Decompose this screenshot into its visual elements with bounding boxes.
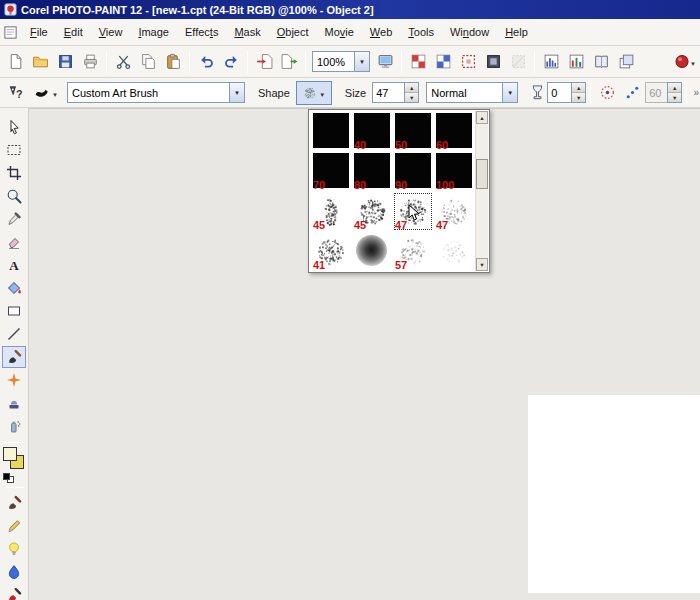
nib-item-9[interactable]: 45: [352, 192, 392, 231]
nib-item-6[interactable]: 90: [393, 152, 433, 191]
export-button[interactable]: [277, 50, 301, 74]
menu-edit[interactable]: Edit: [56, 22, 91, 42]
brush-category-combo[interactable]: Custom Art Brush: [67, 82, 245, 103]
rectangle-mask-tool[interactable]: [2, 139, 26, 161]
nib-item-3[interactable]: 60: [434, 112, 474, 151]
redo-button[interactable]: [219, 50, 243, 74]
scroll-up-button[interactable]: [476, 111, 488, 124]
nib-shape-picker-button[interactable]: [296, 81, 332, 105]
menu-image[interactable]: Image: [130, 22, 177, 42]
clear-mask-button[interactable]: [506, 50, 530, 74]
copy-button[interactable]: [136, 50, 160, 74]
menu-mask[interactable]: Mask: [226, 22, 268, 42]
red-brush-icon[interactable]: [2, 584, 26, 600]
nib-item-7[interactable]: 100: [434, 152, 474, 191]
objects-docker-button[interactable]: [539, 50, 563, 74]
print-button[interactable]: [78, 50, 102, 74]
new-button[interactable]: [3, 50, 27, 74]
crop-tool[interactable]: [2, 162, 26, 184]
menu-view[interactable]: View: [91, 22, 131, 42]
invert-mask-button[interactable]: [481, 50, 505, 74]
scrollbar-thumb[interactable]: [476, 159, 488, 189]
dab-attributes-button[interactable]: [620, 81, 644, 105]
mask-marquee-button[interactable]: [456, 50, 480, 74]
lightbulb-icon[interactable]: [2, 538, 26, 560]
nib-item-0[interactable]: [311, 112, 351, 151]
toolbar-overflow-chevron[interactable]: [691, 82, 700, 104]
menu-help[interactable]: Help: [497, 22, 536, 42]
brush-options-button[interactable]: [3, 81, 27, 105]
combo-dropdown-icon[interactable]: [354, 52, 369, 71]
import-button[interactable]: [252, 50, 276, 74]
transparency-input[interactable]: [547, 82, 571, 103]
transparency-decrement-button[interactable]: [572, 92, 585, 102]
paint-on-mask-button[interactable]: [406, 50, 430, 74]
nib-item-2[interactable]: 50: [393, 112, 433, 151]
combo-dropdown-icon[interactable]: [502, 83, 517, 102]
image-sprayer-tool[interactable]: [2, 415, 26, 437]
nib-item-1[interactable]: 40: [352, 112, 392, 151]
nib-item-15[interactable]: [434, 232, 474, 271]
nib-item-14[interactable]: 57: [393, 232, 433, 271]
nib-item-8[interactable]: 45: [311, 192, 351, 231]
nib-item-13[interactable]: [352, 232, 392, 271]
channels-docker-button[interactable]: [564, 50, 588, 74]
brush-settings-button[interactable]: [595, 81, 619, 105]
text-tool[interactable]: [2, 254, 26, 276]
fill-tool[interactable]: [2, 277, 26, 299]
nib-scrollbar[interactable]: [475, 111, 488, 271]
document-window-icon[interactable]: [3, 25, 18, 40]
scroll-down-button[interactable]: [476, 258, 488, 271]
nib-item-4[interactable]: 70: [311, 152, 351, 191]
default-colors-icon[interactable]: [3, 473, 10, 480]
fullscreen-preview-button[interactable]: [373, 50, 397, 74]
cut-button[interactable]: [111, 50, 135, 74]
menu-window[interactable]: Window: [442, 22, 497, 42]
eyedropper-tool[interactable]: [2, 208, 26, 230]
size-decrement-button[interactable]: [405, 92, 418, 102]
merge-mode-combo[interactable]: Normal: [426, 82, 518, 103]
nib-item-12[interactable]: 41: [311, 232, 351, 271]
line-tool[interactable]: [2, 323, 26, 345]
undo-button[interactable]: [194, 50, 218, 74]
nib-thumbnail: [313, 113, 349, 148]
open-button[interactable]: [28, 50, 52, 74]
size-input[interactable]: [372, 82, 404, 103]
paint-tool[interactable]: [2, 346, 26, 368]
brush-brown-icon[interactable]: [2, 492, 26, 514]
brush-settings-docker-button[interactable]: [589, 50, 613, 74]
stroke-preview-button[interactable]: [28, 81, 64, 105]
combo-dropdown-icon[interactable]: [229, 83, 244, 102]
application-launcher-button[interactable]: [673, 50, 697, 74]
document-page[interactable]: [528, 395, 700, 593]
menu-web[interactable]: Web: [362, 22, 400, 42]
info-docker-button[interactable]: [614, 50, 638, 74]
nib-item-11[interactable]: 47: [434, 192, 474, 231]
mask-overlay-button[interactable]: [431, 50, 455, 74]
nib-item-5[interactable]: 80: [352, 152, 392, 191]
save-button[interactable]: [53, 50, 77, 74]
effect-tool[interactable]: [2, 369, 26, 391]
eraser-tool[interactable]: [2, 231, 26, 253]
dark-square-icon: [485, 53, 502, 70]
pencil-icon[interactable]: [2, 515, 26, 537]
rectangle-tool[interactable]: [2, 300, 26, 322]
menu-object[interactable]: Object: [269, 22, 317, 42]
app-icon[interactable]: [4, 3, 17, 16]
transparency-increment-button[interactable]: [572, 83, 585, 92]
droplet-icon[interactable]: [2, 561, 26, 583]
paste-button[interactable]: [161, 50, 185, 74]
menu-movie[interactable]: Movie: [317, 22, 362, 42]
soft-edge-increment-button[interactable]: [668, 83, 681, 92]
paint-color-swatch[interactable]: [3, 447, 17, 461]
zoom-tool[interactable]: [2, 185, 26, 207]
nib-texture-icon: [438, 236, 470, 268]
pick-tool[interactable]: [2, 116, 26, 138]
zoom-level-combo[interactable]: 100%: [312, 51, 370, 72]
menu-effects[interactable]: Effects: [177, 22, 226, 42]
clone-tool[interactable]: [2, 392, 26, 414]
menu-file[interactable]: File: [22, 22, 56, 42]
soft-edge-decrement-button[interactable]: [668, 92, 681, 102]
size-increment-button[interactable]: [405, 83, 418, 92]
menu-tools[interactable]: Tools: [400, 22, 442, 42]
